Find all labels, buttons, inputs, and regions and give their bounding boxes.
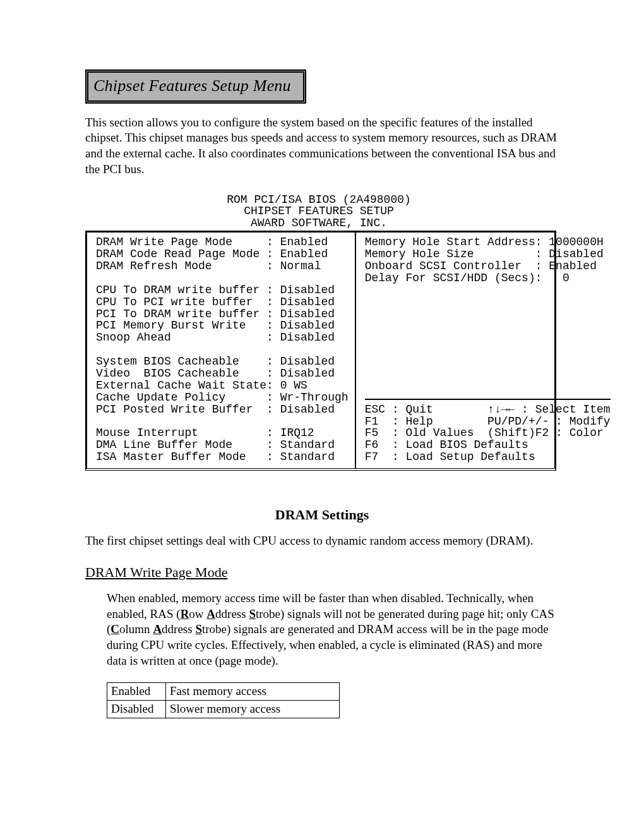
text: ddress	[215, 607, 249, 620]
bios-option: Snoop Ahead : Disabled	[96, 331, 335, 344]
sub-heading: DRAM Write Page Mode	[85, 564, 559, 582]
bios-screen: ROM PCI/ISA BIOS (2A498000) CHIPSET FEAT…	[85, 194, 552, 471]
mnemonic-a: A	[206, 607, 215, 620]
section-intro: The first chipset settings deal with CPU…	[85, 533, 559, 549]
bios-option: PCI Posted Write Buffer : Disabled	[96, 403, 335, 416]
bios-key-line: F6 : Load BIOS Defaults	[365, 438, 528, 451]
bios-key-line: F1 : Help PU/PD/+/- : Modify	[365, 415, 611, 428]
bios-option: DRAM Write Page Mode : Enabled	[96, 236, 328, 248]
bios-option: CPU To DRAM write buffer : Disabled	[96, 284, 335, 296]
mnemonic-a: A	[153, 622, 162, 636]
bios-option: Mouse Interrupt : IRQ12	[96, 426, 314, 439]
bios-option: DRAM Code Read Page Mode : Enabled	[96, 248, 328, 260]
option-key: Disabled	[107, 701, 166, 718]
bios-header-line: AWARD SOFTWARE, INC.	[251, 217, 387, 229]
bios-option: Video BIOS Cacheable : Disabled	[96, 367, 335, 380]
bios-option: Delay For SCSI/HDD (Secs): 0	[365, 272, 569, 284]
option-value: Fast memory access	[166, 683, 340, 701]
table-row: Disabled Slower memory access	[107, 701, 340, 718]
mnemonic-r: R	[181, 607, 189, 620]
text: ddress	[162, 622, 195, 636]
bios-key-hints: ESC : Quit ↑↓→← : Select Item F1 : Help …	[365, 399, 611, 463]
bios-right-top: Memory Hole Start Address: 1000000H Memo…	[365, 236, 611, 284]
bios-option: Memory Hole Size : Disabled	[365, 248, 604, 260]
options-table: Enabled Fast memory access Disabled Slow…	[107, 682, 340, 718]
bios-header-line: CHIPSET FEATURES SETUP	[244, 205, 394, 217]
bios-key-line: F5 : Old Values (Shift)F2 : Color	[365, 426, 604, 439]
bios-frame: DRAM Write Page Mode : Enabled DRAM Code…	[85, 231, 556, 471]
mnemonic-s: S	[249, 607, 256, 620]
bios-option: External Cache Wait State: 0 WS	[96, 379, 307, 392]
mnemonic-c: C	[110, 622, 119, 636]
bios-option: Cache Update Policy : Wr-Through	[96, 391, 349, 404]
bios-right-column: Memory Hole Start Address: 1000000H Memo…	[356, 233, 617, 468]
section-heading: DRAM Settings	[85, 506, 559, 524]
bios-header-line: ROM PCI/ISA BIOS (2A498000)	[227, 193, 411, 206]
table-row: Enabled Fast memory access	[107, 683, 340, 701]
bios-header: ROM PCI/ISA BIOS (2A498000) CHIPSET FEAT…	[85, 194, 552, 231]
intro-paragraph: This section allows you to configure the…	[85, 115, 559, 178]
detail-paragraph: When enabled, memory access time will be…	[107, 591, 559, 668]
bios-key-line: ESC : Quit ↑↓→← : Select Item	[365, 403, 611, 416]
bios-option: PCI Memory Burst Write : Disabled	[96, 319, 335, 332]
bios-option: ISA Master Buffer Mode : Standard	[96, 450, 335, 463]
text: olumn	[119, 622, 153, 636]
bios-left-column: DRAM Write Page Mode : Enabled DRAM Code…	[87, 233, 356, 468]
mnemonic-s: S	[195, 622, 202, 636]
option-key: Enabled	[107, 683, 166, 701]
bios-option: DMA Line Buffer Mode : Standard	[96, 438, 335, 451]
bios-option: DRAM Refresh Mode : Normal	[96, 260, 321, 272]
option-value: Slower memory access	[166, 701, 340, 718]
bios-option: Onboard SCSI Controller : Enabled	[365, 260, 597, 272]
bios-option: CPU To PCI write buffer : Disabled	[96, 296, 335, 308]
bios-option: Memory Hole Start Address: 1000000H	[365, 236, 604, 248]
bios-key-line: F7 : Load Setup Defaults	[365, 450, 535, 463]
bios-option: System BIOS Cacheable : Disabled	[96, 355, 335, 368]
text: ow	[189, 607, 206, 620]
bios-option: PCI To DRAM write buffer : Disabled	[96, 308, 335, 320]
page-title-bar: Chipset Features Setup Menu	[85, 70, 306, 104]
